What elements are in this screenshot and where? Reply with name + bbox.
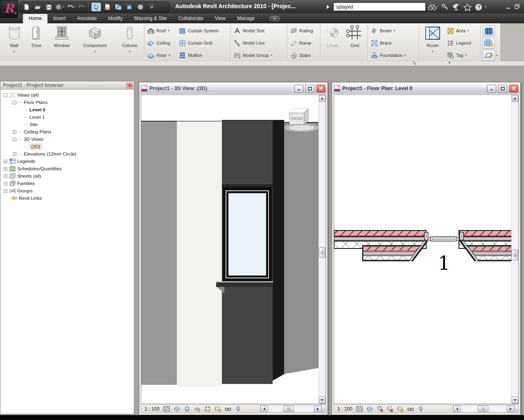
model-graphics-style-icon[interactable]	[174, 406, 180, 412]
ribbon-button-window[interactable]: Window	[49, 25, 75, 61]
tree-item-families[interactable]: + Families	[1, 180, 133, 187]
tree-item-sheets[interactable]: + Sheets (all)	[1, 172, 133, 180]
ribbon-button-floor[interactable]: Floor▾	[147, 51, 170, 60]
ribbon-button-mullion[interactable]: Mullion	[179, 51, 202, 60]
3d-vertical-scrollbar[interactable]	[318, 95, 325, 404]
render-button[interactable]	[136, 2, 145, 11]
collapse-icon[interactable]: -	[13, 138, 16, 141]
scroll-thumb[interactable]	[478, 406, 488, 412]
window-glass[interactable]	[228, 193, 266, 275]
communication-key-icon[interactable]	[441, 3, 449, 11]
shadows-off-icon[interactable]	[377, 406, 383, 412]
ribbon-button-foundation[interactable]: Foundation▾	[371, 51, 406, 60]
ribbon-button-wall[interactable]: Wall ▾	[3, 25, 25, 61]
3d-minimize-button[interactable]	[294, 85, 303, 93]
tree-item-groups[interactable]: + Groups	[1, 187, 133, 194]
qat-customize-button[interactable]	[147, 2, 156, 11]
ribbon-button-curtain-grid-tool[interactable]	[483, 25, 495, 36]
scroll-up-button[interactable]	[512, 95, 518, 102]
3d-close-button[interactable]	[316, 85, 325, 93]
undo-dropdown-arrow[interactable]: ▾	[74, 5, 75, 9]
expand-icon[interactable]: +	[4, 182, 7, 185]
expand-icon[interactable]: +	[4, 167, 7, 171]
tree-item-site[interactable]: Site	[1, 121, 133, 128]
subscription-satellite-icon[interactable]	[452, 3, 460, 11]
temporary-hide-glasses-icon[interactable]	[225, 406, 231, 412]
tree-item-legends[interactable]: + Legends	[1, 158, 133, 165]
export-cad-button[interactable]: CAD	[102, 2, 112, 11]
tree-item-revit-links[interactable]: Revit Links	[1, 194, 133, 202]
ribbon-button-area[interactable]: Area▾	[447, 26, 469, 35]
room-dropdown-arrow[interactable]: ▾	[422, 49, 443, 54]
expand-icon[interactable]: +	[13, 152, 16, 156]
ribbon-button-sketch-tool[interactable]: ▾	[483, 50, 498, 61]
scroll-down-button[interactable]	[319, 397, 325, 404]
plan-maximize-button[interactable]	[498, 85, 507, 93]
tab-modify[interactable]: Modify	[102, 14, 128, 23]
3d-view-dropdown-arrow[interactable]: ▾	[63, 5, 64, 9]
shadows-icon[interactable]	[184, 406, 190, 412]
ribbon-button-curtain-grid[interactable]: Curtain Grid	[179, 38, 212, 47]
tree-item-level0[interactable]: Level 0	[1, 106, 133, 113]
tree-item-ceiling-plans[interactable]: + Ceiling Plans	[1, 128, 133, 135]
ribbon-button-tag[interactable]: Tag▾	[447, 51, 467, 60]
temporary-hide-glasses-icon[interactable]	[407, 406, 414, 412]
tree-item-floor-plans[interactable]: - Floor Plans	[1, 99, 133, 106]
scroll-left-button[interactable]	[260, 406, 268, 412]
foundation-dropdown-arrow[interactable]: ▾	[404, 54, 406, 57]
ribbon-button-ramp[interactable]: Ramp	[290, 38, 311, 47]
scroll-up-button[interactable]	[319, 95, 325, 102]
tab-annotate[interactable]: Annotate	[71, 14, 102, 23]
ribbon-button-ceiling[interactable]: Ceiling	[147, 38, 170, 47]
room-area-panel-expander[interactable]: ▼	[448, 61, 451, 65]
tab-massing-site[interactable]: Massing & Site	[128, 14, 172, 23]
tree-item-views[interactable]: - Views (all)	[1, 91, 133, 99]
plan-scale[interactable]: 1 : 100	[337, 406, 352, 412]
new-file-button[interactable]	[22, 2, 32, 11]
redo-button[interactable]: ▾	[77, 2, 87, 11]
resize-grip[interactable]	[515, 409, 519, 414]
save-button[interactable]	[44, 2, 54, 11]
ribbon-button-column[interactable]: Column ▾	[117, 25, 142, 61]
application-menu-button[interactable]: R ▾	[0, 0, 18, 18]
tab-view[interactable]: View	[209, 14, 231, 23]
plan-window-titlebar[interactable]: Project1 - Floor Plan: Level 0	[333, 83, 519, 94]
show-crop-icon[interactable]	[397, 406, 404, 412]
tab-insert[interactable]: Insert	[47, 14, 71, 23]
reveal-hidden-bulb-icon[interactable]	[235, 406, 242, 412]
tree-item-level1[interactable]: Level 1	[1, 113, 133, 121]
help-icon[interactable]: ?	[475, 3, 487, 11]
detail-level-icon[interactable]	[356, 406, 363, 412]
detail-level-icon[interactable]	[163, 406, 170, 412]
ribbon-button-room[interactable]: Room ▾	[422, 25, 443, 61]
ribbon-button-railing[interactable]: Railing	[290, 26, 313, 35]
scroll-thumb[interactable]	[283, 406, 294, 412]
model-graphics-style-icon[interactable]	[366, 406, 373, 412]
area-dropdown-arrow[interactable]: ▾	[468, 29, 469, 32]
3d-scale[interactable]: 1 : 100	[145, 406, 160, 412]
roof-dropdown-arrow[interactable]: ▾	[168, 29, 169, 32]
scroll-left-button[interactable]	[453, 406, 461, 412]
ribbon-button-grid[interactable]: Grid	[345, 25, 365, 61]
wall-dropdown-arrow[interactable]: ▾	[3, 49, 25, 54]
plan-close-button[interactable]	[509, 85, 518, 93]
show-crop-icon[interactable]	[215, 406, 221, 412]
project-browser-title[interactable]: Project1 - Project browser	[0, 81, 134, 90]
ribbon-button-brace[interactable]: Brace	[371, 38, 392, 47]
project-browser-close-button[interactable]	[126, 83, 133, 88]
3d-maximize-button[interactable]	[305, 85, 314, 93]
scroll-down-button[interactable]	[512, 397, 518, 404]
restore-button[interactable]	[515, 4, 519, 9]
model-group-dropdown-arrow[interactable]: ▾	[271, 54, 273, 57]
component-dropdown-arrow[interactable]: ▾	[78, 49, 112, 54]
insert-view-button[interactable]	[124, 2, 134, 11]
ribbon-minimize-button[interactable]	[269, 16, 280, 21]
collapse-icon[interactable]: -	[13, 101, 16, 104]
ribbon-button-door[interactable]: Door	[26, 25, 47, 61]
ribbon-button-grid-show-tool[interactable]	[483, 38, 495, 49]
ribbon-button-model-group[interactable]: Model Group▾	[234, 51, 272, 60]
crop-view-icon[interactable]	[204, 406, 211, 412]
sketch-dropdown-arrow[interactable]: ▾	[496, 54, 498, 57]
tree-item-3d-views[interactable]: - 3D Views	[1, 135, 133, 143]
favorites-star-icon[interactable]	[463, 3, 472, 11]
